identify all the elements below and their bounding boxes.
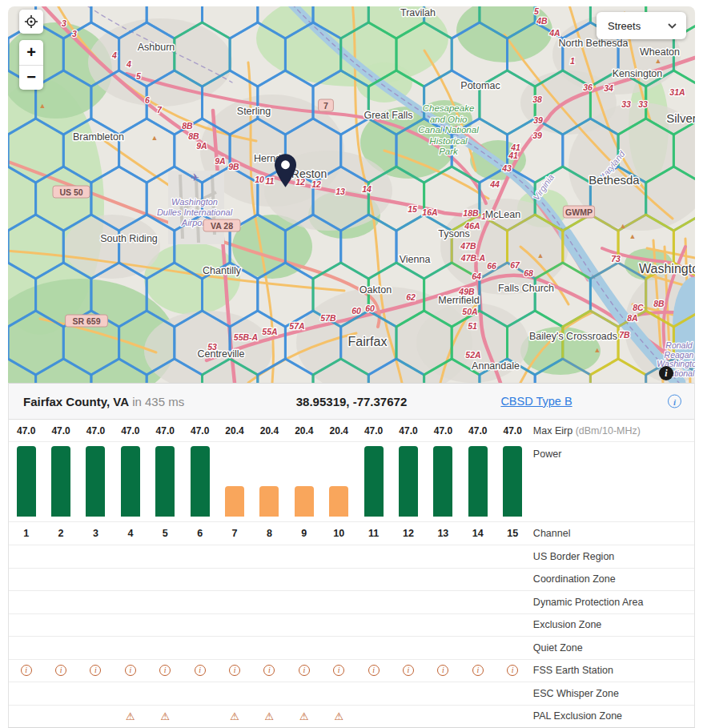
map-area-label: Chesapeake [423, 103, 475, 113]
exit-number-label: 9A [215, 156, 225, 166]
fss-info-icon-ch7[interactable]: i [229, 665, 240, 676]
fss-info-icon-ch10[interactable]: i [333, 665, 344, 676]
map-area-label: Reagan [665, 350, 694, 360]
map-place-label: Vienna [400, 254, 431, 265]
fss-info-icon-ch6[interactable]: i [195, 665, 206, 676]
power-bar-ch8 [259, 486, 279, 517]
cell-fss-ch13: i [426, 665, 460, 676]
map-attribution-icon[interactable]: i [659, 366, 673, 380]
pal-warning-icon-ch8[interactable]: ⚠ [265, 711, 275, 722]
exit-number-label: 66 [487, 261, 496, 271]
zone-label-exclusion-zone: Exclusion Zone [530, 619, 694, 630]
fss-info-icon-ch9[interactable]: i [299, 665, 310, 676]
exit-number-label: 36 [583, 82, 593, 92]
channel-table: 47.047.047.047.047.047.020.420.420.420.4… [9, 420, 694, 727]
pal-warning-icon-ch7[interactable]: ⚠ [230, 711, 239, 722]
peak-triangle-icon: ▲ [537, 251, 544, 259]
exit-number-label: 31A [669, 87, 685, 97]
cell-power-ch13 [426, 442, 460, 521]
cell-eirp-ch3: 47.0 [78, 425, 113, 436]
cell-power-ch1 [9, 442, 43, 521]
exit-number-label: 8B [653, 299, 665, 308]
route-shield: GWMP [565, 207, 593, 217]
cell-eirp-ch9: 20.4 [287, 425, 321, 436]
exit-number-label: 55A [262, 327, 277, 336]
fss-info-icon-ch13[interactable]: i [437, 665, 448, 676]
power-bar-ch15 [503, 446, 522, 517]
map-place-label: North Bethesda [559, 38, 629, 49]
cell-power-ch4 [113, 442, 147, 521]
exit-number-label: 12 [311, 179, 321, 189]
locate-me-button[interactable] [19, 10, 43, 34]
cell-fss-ch14: i [460, 665, 495, 676]
pal-warning-icon-ch10[interactable]: ⚠ [334, 711, 343, 722]
cell-eirp-ch11: 47.0 [356, 425, 391, 436]
exit-number-label: 3 [62, 18, 66, 28]
cell-pal-ch9: ⚠ [287, 711, 321, 722]
map-area-label: Ronald [665, 340, 693, 350]
max-eirp-unit-label: (dBm/10-MHz) [576, 425, 641, 436]
summary-info-icon[interactable]: i [668, 395, 681, 408]
route-shield: SR 659 [72, 316, 100, 326]
cell-channel-ch14: 14 [460, 528, 495, 539]
exit-number-label: 60 [365, 304, 375, 313]
cell-power-ch12 [391, 442, 425, 521]
map-canvas[interactable]: ▲▲▲▲▲▲▲▲Chesapeakeand OhioCanal National… [8, 6, 695, 383]
peak-triangle-icon: ▲ [620, 222, 627, 230]
cell-eirp-ch2: 47.0 [43, 425, 78, 436]
location-and-latency: Fairfax County, VA in 435 ms [23, 395, 184, 408]
airport-plane-icon: ✈ [191, 171, 199, 183]
fss-info-icon-ch15[interactable]: i [507, 665, 518, 676]
zoom-out-button[interactable]: − [19, 66, 43, 90]
map-place-label: Silver [666, 111, 695, 125]
route-shield: US 50 [59, 187, 82, 197]
exit-number-label: 10 [255, 175, 264, 184]
exit-number-label: 55B-A [234, 332, 258, 342]
cell-eirp-ch14: 47.0 [460, 425, 495, 436]
cell-fss-ch9: i [287, 665, 321, 676]
power-bar-ch1 [17, 446, 36, 517]
exit-number-label: 44 [489, 179, 500, 189]
fss-info-icon-ch3[interactable]: i [90, 665, 101, 676]
chevron-down-icon [668, 23, 677, 29]
cell-eirp-ch10: 20.4 [322, 425, 356, 436]
route-shield: 7 [323, 101, 328, 111]
power-row: Power [9, 441, 694, 521]
cell-fss-ch10: i [322, 665, 356, 676]
map-place-label: Sterling [237, 106, 271, 117]
exit-number-label: 52A [465, 350, 480, 360]
map-place-label: Tysons [438, 228, 470, 239]
cell-pal-ch10: ⚠ [322, 711, 356, 722]
map-place-label: Oakton [360, 284, 392, 296]
location-marker[interactable] [275, 154, 296, 187]
fss-info-icon-ch1[interactable]: i [21, 665, 32, 676]
fss-info-icon-ch5[interactable]: i [159, 665, 171, 676]
cell-eirp-ch6: 47.0 [183, 425, 217, 436]
map-base: ▲▲▲▲▲▲▲▲Chesapeakeand OhioCanal National… [8, 6, 695, 383]
fss-info-icon-ch8[interactable]: i [263, 665, 275, 676]
fss-info-icon-ch11[interactable]: i [368, 665, 380, 676]
cell-channel-ch8: 8 [252, 528, 287, 539]
exit-number-label: 68 [524, 268, 533, 278]
fss-info-icon-ch14[interactable]: i [472, 665, 484, 676]
pal-warning-icon-ch9[interactable]: ⚠ [299, 711, 309, 722]
fss-info-icon-ch2[interactable]: i [55, 665, 66, 676]
cell-eirp-ch5: 47.0 [148, 425, 183, 436]
pal-warning-icon-ch5[interactable]: ⚠ [160, 711, 170, 722]
exit-number-label: 5 [534, 6, 539, 16]
peak-triangle-icon: ▲ [39, 102, 46, 110]
fss-info-icon-ch4[interactable]: i [125, 665, 136, 676]
cell-power-ch5 [148, 442, 183, 521]
cell-power-ch8 [252, 442, 287, 521]
cell-pal-ch5: ⚠ [148, 711, 183, 722]
cbsd-type-link[interactable]: CBSD Type B [500, 395, 572, 408]
basemap-style-select[interactable]: Streets [597, 12, 686, 39]
fss-info-icon-ch12[interactable]: i [403, 665, 414, 676]
max-eirp-row: 47.047.047.047.047.047.020.420.420.420.4… [9, 420, 694, 441]
pal-warning-icon-ch4[interactable]: ⚠ [126, 711, 135, 722]
zoom-in-button[interactable]: + [19, 40, 43, 66]
cell-fss-ch11: i [356, 665, 391, 676]
exit-number-label: 3 [72, 29, 77, 38]
map-place-label: Washington [639, 262, 695, 276]
map-place-label: Kensington [613, 68, 663, 79]
